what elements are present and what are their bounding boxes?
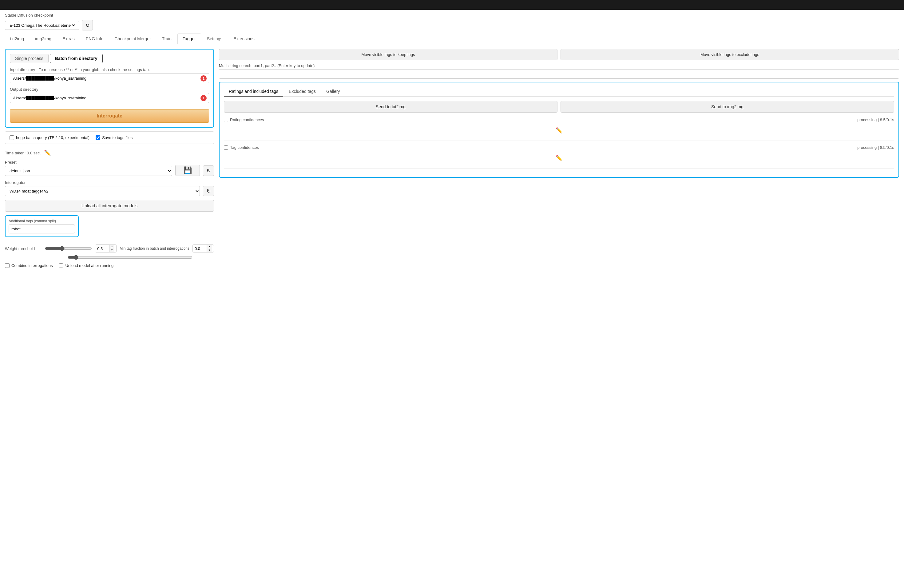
checkpoint-label: Stable Diffusion checkpoint: [0, 10, 904, 19]
additional-tags-row: Additional tags (comma split): [5, 215, 214, 241]
combine-interrogations-label[interactable]: Combine interrogations: [5, 263, 52, 268]
interrogator-label: Interrogator: [5, 180, 200, 185]
tag-confidence-header: Tag confidences processing | 8.5/0.1s: [224, 145, 894, 150]
inner-tab-excluded[interactable]: Excluded tags: [284, 87, 321, 96]
output-dir-label: Output directory: [10, 87, 209, 92]
rating-confidence-label: Rating confidences: [230, 117, 264, 122]
tab-extensions[interactable]: Extensions: [228, 33, 259, 44]
move-to-keep-button[interactable]: Move visible tags to keep tags: [219, 49, 558, 60]
checkpoint-refresh-button[interactable]: ↻: [82, 20, 93, 30]
rating-confidences-section: Rating confidences processing | 8.5/0.1s…: [224, 117, 894, 141]
tag-confidence-label: Tag confidences: [230, 145, 259, 150]
inner-tab-gallery[interactable]: Gallery: [321, 87, 345, 96]
refresh-icon-preset: ↻: [207, 168, 211, 174]
bottom-options-row: Combine interrogations Unload model afte…: [5, 263, 214, 268]
search-input[interactable]: [219, 69, 899, 79]
min-tag-fraction-arrows: ▲ ▼: [207, 245, 212, 252]
min-tag-fraction-slider[interactable]: [68, 255, 193, 260]
interrogate-button[interactable]: Interrogate: [10, 109, 209, 123]
additional-tags-label: Additional tags (comma split): [9, 219, 75, 223]
interrogator-refresh-button[interactable]: ↻: [203, 186, 214, 196]
send-to-txt2img-button[interactable]: Send to txt2img: [224, 101, 558, 112]
tag-eraser-icon[interactable]: ✏️: [556, 155, 563, 161]
combine-interrogations-checkbox[interactable]: [5, 263, 9, 268]
tab-checkpoint-merger[interactable]: Checkpoint Merger: [109, 33, 156, 44]
interrogator-select[interactable]: WD14 moat tagger v2: [5, 186, 200, 196]
save-to-tags-checkbox[interactable]: [96, 135, 100, 140]
unload-models-button[interactable]: Unload all interrogate models: [5, 200, 214, 212]
preset-label: Preset: [5, 160, 172, 164]
options-row: huge batch query (TF 2.10, experimental)…: [5, 131, 214, 144]
checkpoint-select[interactable]: E-123 Omega The Robot.safetensors [f9450…: [5, 21, 79, 30]
huge-batch-checkbox[interactable]: [9, 135, 14, 140]
checkpoint-dropdown[interactable]: E-123 Omega The Robot.safetensors [f9450…: [8, 23, 76, 28]
tab-extras[interactable]: Extras: [57, 33, 80, 44]
nav-tabs: txt2img img2img Extras PNG Info Checkpoi…: [0, 33, 904, 44]
input-dir-field[interactable]: [10, 73, 209, 83]
preset-save-button[interactable]: 💾: [175, 165, 200, 176]
rating-eraser-icon[interactable]: ✏️: [556, 127, 563, 134]
send-to-img2img-button[interactable]: Send to img2img: [561, 101, 894, 112]
search-label: Multi string search: part1, part2.. (Ent…: [219, 63, 899, 68]
weight-threshold-input-box: ▲ ▼: [95, 245, 117, 253]
right-panel: Move visible tags to keep tags Move visi…: [219, 49, 899, 268]
tab-tagger[interactable]: Tagger: [177, 33, 201, 44]
tag-eraser-row: ✏️: [224, 152, 894, 164]
interrogator-group: Interrogator WD14 moat tagger v2: [5, 180, 200, 196]
tab-img2img[interactable]: img2img: [30, 33, 57, 44]
input-dir-label: Input directory - To recurse use ** or /…: [10, 67, 209, 72]
right-inner-panel: Ratings and included tags Excluded tags …: [219, 82, 899, 178]
inner-tabs: Ratings and included tags Excluded tags …: [224, 87, 894, 96]
tag-confidence-status: processing | 8.5/0.1s: [857, 145, 894, 150]
tab-train[interactable]: Train: [157, 33, 177, 44]
search-row: Multi string search: part1, part2.. (Ent…: [219, 63, 899, 79]
weight-threshold-number[interactable]: [95, 245, 109, 252]
output-dir-wrapper: 1: [10, 93, 209, 103]
sub-tab-batch-directory[interactable]: Batch from directory: [50, 54, 103, 63]
min-tag-fraction-number[interactable]: [193, 245, 207, 252]
min-tag-fraction-down[interactable]: ▼: [207, 248, 212, 252]
weight-threshold-slider[interactable]: [45, 246, 92, 251]
preset-refresh-button[interactable]: ↻: [203, 166, 214, 176]
time-row: Time taken: 0.0 sec. ✏️: [5, 148, 214, 158]
send-buttons: Send to txt2img Send to img2img: [224, 101, 894, 112]
min-tag-fraction-label: Min tag fraction in batch and interrogat…: [120, 247, 190, 251]
tag-confidences-section: Tag confidences processing | 8.5/0.1s ✏️: [224, 145, 894, 169]
rating-eraser-row: ✏️: [224, 125, 894, 136]
tagger-main-panel: Single process Batch from directory Inpu…: [5, 49, 214, 128]
preset-row: Preset default.json 💾 ↻: [5, 160, 214, 176]
eraser-icon-time[interactable]: ✏️: [44, 149, 51, 156]
output-dir-field[interactable]: [10, 93, 209, 103]
tab-settings[interactable]: Settings: [202, 33, 228, 44]
min-tag-slider-row: [5, 255, 214, 261]
preset-select[interactable]: default.json: [5, 166, 172, 176]
weight-threshold-label: Weight threshold: [5, 247, 42, 251]
unload-after-checkbox[interactable]: [59, 263, 63, 268]
top-bar: [0, 0, 904, 10]
checkpoint-row: E-123 Omega The Robot.safetensors [f9450…: [0, 19, 904, 33]
move-to-exclude-button[interactable]: Move visible tags to exclude tags: [561, 49, 899, 60]
weight-threshold-row: Weight threshold ▲ ▼ Min tag fraction in…: [5, 245, 214, 253]
additional-tags-box: Additional tags (comma split): [5, 215, 79, 237]
tab-png-info[interactable]: PNG Info: [81, 33, 109, 44]
huge-batch-label[interactable]: huge batch query (TF 2.10, experimental): [9, 135, 90, 140]
right-top-buttons: Move visible tags to keep tags Move visi…: [219, 49, 899, 60]
sub-tabs: Single process Batch from directory: [10, 54, 209, 63]
tag-confidence-left: Tag confidences: [224, 145, 259, 150]
inner-tab-ratings[interactable]: Ratings and included tags: [224, 87, 283, 96]
min-tag-fraction-up[interactable]: ▲: [207, 245, 212, 248]
sub-tab-single-process[interactable]: Single process: [10, 54, 49, 63]
save-to-tags-label[interactable]: Save to tags files: [96, 135, 133, 140]
rating-confidence-checkbox[interactable]: [224, 118, 228, 122]
refresh-icon: ↻: [85, 22, 90, 28]
unload-after-label[interactable]: Unload model after running: [59, 263, 114, 268]
output-dir-badge: 1: [201, 95, 207, 101]
main-content: Single process Batch from directory Inpu…: [0, 44, 904, 273]
min-tag-fraction-input-box: ▲ ▼: [193, 245, 214, 253]
weight-threshold-down[interactable]: ▼: [109, 248, 114, 252]
additional-tags-input[interactable]: [9, 224, 75, 234]
weight-threshold-up[interactable]: ▲: [109, 245, 114, 248]
tag-confidence-checkbox[interactable]: [224, 145, 228, 150]
tab-txt2img[interactable]: txt2img: [5, 33, 29, 44]
rating-confidence-header: Rating confidences processing | 8.5/0.1s: [224, 117, 894, 122]
